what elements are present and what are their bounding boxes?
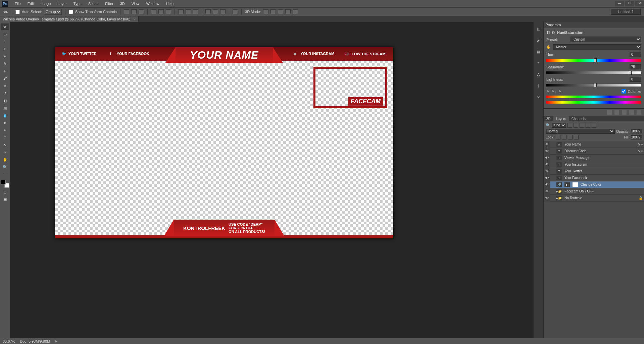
gradient-tool[interactable]: ▤: [1, 105, 9, 111]
distribute-left-icon[interactable]: [205, 9, 211, 14]
menu-3d[interactable]: 3D: [117, 0, 128, 7]
menu-select[interactable]: Select: [85, 0, 102, 7]
show-transform-checkbox[interactable]: [69, 10, 73, 14]
visibility-toggle[interactable]: [544, 175, 550, 181]
layer-row[interactable]: TYour Twitter: [544, 168, 644, 175]
layer-row[interactable]: ⚠Your Namefx ▾: [544, 141, 644, 148]
eyedropper-icon[interactable]: ✎: [546, 89, 549, 94]
saturation-input[interactable]: [630, 64, 641, 69]
move-tool[interactable]: ✥: [1, 23, 9, 30]
layer-row[interactable]: 🔗◐Change Color: [544, 181, 644, 188]
align-bottom-icon[interactable]: [139, 9, 144, 14]
zoom-tool[interactable]: 🔍: [1, 164, 9, 170]
lock-all-icon[interactable]: [574, 135, 579, 139]
adjustments-panel-icon[interactable]: ≡: [536, 60, 542, 66]
tab-channels[interactable]: Channels: [569, 116, 588, 121]
menu-edit[interactable]: Edit: [24, 0, 37, 7]
stamp-tool[interactable]: ⧇: [1, 82, 9, 89]
menu-image[interactable]: Image: [37, 0, 54, 7]
blend-mode-dropdown[interactable]: Normal: [546, 129, 615, 134]
opacity-input[interactable]: [631, 129, 642, 133]
distribute-vcenter-icon[interactable]: [186, 9, 191, 14]
menu-view[interactable]: View: [128, 0, 143, 7]
filter-pixel-icon[interactable]: [567, 123, 572, 128]
path-tool[interactable]: ↖: [1, 141, 9, 148]
filter-icon[interactable]: 🔍: [546, 123, 550, 127]
lock-transparent-icon[interactable]: [556, 135, 560, 139]
lasso-tool[interactable]: ⌇: [1, 38, 9, 45]
align-right-icon[interactable]: [166, 9, 171, 14]
layer-row[interactable]: TYour Instagram: [544, 161, 644, 168]
3d-scale-icon[interactable]: [293, 9, 298, 14]
tab-layers[interactable]: Layers: [553, 116, 569, 121]
distribute-bottom-icon[interactable]: [193, 9, 198, 14]
paragraph-panel-icon[interactable]: ¶: [536, 83, 542, 89]
visibility-toggle[interactable]: [544, 195, 550, 202]
menu-window[interactable]: Window: [143, 0, 162, 7]
layer-row[interactable]: ▸📁Facecam ON / OFF: [544, 188, 644, 195]
dodge-tool[interactable]: ●: [1, 119, 9, 126]
menu-layer[interactable]: Layer: [54, 0, 70, 7]
shape-tool[interactable]: ○: [1, 149, 9, 156]
layer-row[interactable]: TDiscount Codefx ▾: [544, 148, 644, 155]
fx-badge[interactable]: fx ▾: [638, 143, 643, 146]
visibility-toggle[interactable]: [544, 155, 550, 161]
fill-input[interactable]: [631, 135, 642, 139]
menu-type[interactable]: Type: [70, 0, 85, 7]
clip-icon[interactable]: [607, 110, 612, 115]
visibility-toggle[interactable]: [544, 148, 550, 155]
marquee-tool[interactable]: ▭: [1, 31, 9, 38]
properties-panel-tab[interactable]: Properties: [544, 22, 644, 28]
eyedropper-plus-icon[interactable]: ✎₊: [551, 89, 556, 94]
filter-type-icon[interactable]: [580, 123, 584, 128]
trash-icon[interactable]: [637, 110, 641, 115]
document-tab[interactable]: Wiches Video Overlay Template !.psd @ 66…: [0, 16, 139, 22]
visibility-toggle[interactable]: [544, 168, 550, 175]
screen-mode[interactable]: ▣: [1, 196, 9, 203]
layer-row[interactable]: TYour Facebook: [544, 175, 644, 181]
distribute-right-icon[interactable]: [220, 9, 226, 14]
hand-icon[interactable]: ✋: [546, 45, 551, 49]
heal-tool[interactable]: ✚: [1, 68, 9, 74]
fx-badge[interactable]: fx ▾: [638, 150, 643, 153]
type-tool[interactable]: T: [1, 134, 9, 141]
align-hcenter-icon[interactable]: [158, 9, 164, 14]
swatches-panel-icon[interactable]: ▦: [536, 49, 542, 54]
fg-bg-color[interactable]: [1, 180, 9, 188]
saturation-slider[interactable]: [546, 71, 641, 75]
3d-slide-icon[interactable]: [285, 9, 291, 14]
distribute-top-icon[interactable]: [178, 9, 184, 14]
channel-dropdown[interactable]: Master: [553, 44, 641, 50]
auto-select-dropdown[interactable]: Group: [44, 9, 62, 15]
filter-kind-dropdown[interactable]: Kind: [552, 123, 566, 128]
filter-shape-icon[interactable]: [586, 123, 590, 128]
pen-tool[interactable]: ✒: [1, 127, 9, 133]
eraser-tool[interactable]: ◧: [1, 97, 9, 104]
visibility-toggle[interactable]: [544, 188, 550, 195]
layer-row[interactable]: TViewer Message: [544, 155, 644, 161]
align-top-icon[interactable]: [124, 9, 129, 14]
brush-panel-icon[interactable]: 🖌: [536, 38, 542, 43]
auto-align-icon[interactable]: [233, 9, 238, 14]
colorize-checkbox[interactable]: [622, 89, 626, 94]
zoom-level[interactable]: 66.67%: [3, 339, 15, 343]
window-close[interactable]: ✕: [635, 1, 644, 6]
close-tab-icon[interactable]: ×: [133, 17, 135, 21]
auto-select-checkbox[interactable]: [15, 10, 20, 14]
3d-drag-icon[interactable]: [278, 9, 283, 14]
menu-filter[interactable]: Filter: [102, 0, 116, 7]
brush-tool[interactable]: 🖌: [1, 75, 9, 82]
eyedropper-tool[interactable]: ✎: [1, 60, 9, 67]
window-restore[interactable]: ❐: [625, 1, 634, 6]
lightness-input[interactable]: [630, 77, 641, 82]
layer-row[interactable]: ▸📁No Toutchie🔒: [544, 195, 644, 202]
crop-tool[interactable]: ✂: [1, 53, 9, 60]
distribute-hcenter-icon[interactable]: [213, 9, 218, 14]
visibility-icon[interactable]: [629, 110, 634, 115]
visibility-toggle[interactable]: [544, 161, 550, 168]
untitled-tab[interactable]: Untitled-1: [611, 9, 641, 15]
hue-slider[interactable]: [546, 59, 641, 63]
view-prev-icon[interactable]: [614, 110, 619, 115]
menu-file[interactable]: File: [11, 0, 24, 7]
lock-pixels-icon[interactable]: [562, 135, 566, 139]
